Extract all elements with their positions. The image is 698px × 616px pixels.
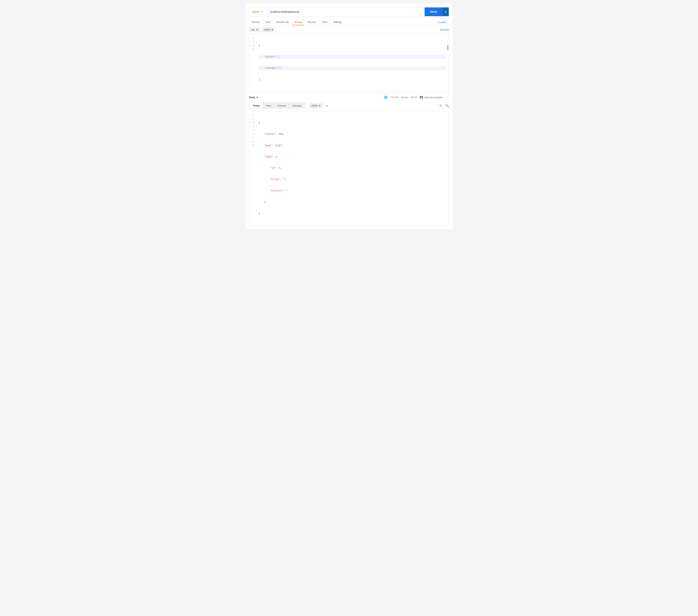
response-body-label[interactable]: Body ▼ bbox=[249, 96, 258, 99]
more-options-icon[interactable]: ⋯ bbox=[446, 96, 449, 99]
resp-tab-visualize[interactable]: Visualize bbox=[289, 103, 305, 109]
globe-icon: 🌐 bbox=[384, 96, 388, 99]
beautify-button[interactable]: Beautify bbox=[441, 28, 449, 31]
body-format-select[interactable]: JSON ▼ bbox=[262, 27, 276, 32]
response-size: 247 B bbox=[410, 96, 417, 99]
response-code-content: { "status": 200, "msg": "성공", "body": { … bbox=[256, 113, 449, 223]
tab-auth[interactable]: Auth bbox=[263, 19, 273, 25]
resp-line-2: "status": 200, bbox=[259, 132, 447, 136]
send-btn-group: Send ▼ bbox=[424, 8, 449, 16]
response-body-editor: 1 2 3 4 5 6 7 8 9 { "status": 200, "msg"… bbox=[249, 111, 449, 225]
req-line-2: ····"title":"", bbox=[259, 55, 447, 59]
request-line-numbers: 1 2 3 4 bbox=[249, 36, 256, 89]
url-input[interactable] bbox=[267, 8, 424, 16]
wrap-icon[interactable]: ⇄ bbox=[325, 104, 328, 108]
method-label: POST bbox=[252, 10, 260, 13]
response-time: 61 ms bbox=[401, 96, 408, 99]
send-dropdown-button[interactable]: ▼ bbox=[442, 8, 449, 16]
response-status-group: 🌐 200 OK 61 ms 247 B 💾 Save as example ⋯ bbox=[384, 96, 449, 99]
resp-line-5: "id": 5, bbox=[259, 166, 447, 170]
request-code-content[interactable]: { ····"title":"", ····"content":"" } bbox=[256, 36, 449, 89]
tab-body[interactable]: Body bbox=[292, 19, 304, 25]
postman-container: POST ▼ Send ▼ Params Auth Headers (9) Bo… bbox=[246, 4, 452, 229]
req-line-1: { bbox=[259, 44, 447, 47]
body-type-select[interactable]: raw ▼ bbox=[249, 27, 260, 32]
request-tabs-bar: Params Auth Headers (9) Body Pre-req. Te… bbox=[249, 19, 449, 25]
body-type-chevron: ▼ bbox=[256, 28, 258, 31]
req-line-3: ····"content":"" bbox=[259, 66, 447, 70]
body-format-label: JSON bbox=[264, 28, 270, 31]
request-body-editor[interactable]: 1 2 3 4 { ····"title":"", ····"content":… bbox=[249, 34, 449, 92]
tab-prereq[interactable]: Pre-req. bbox=[305, 19, 319, 25]
resp-line-1: { bbox=[259, 121, 447, 125]
response-status: 200 OK bbox=[390, 96, 399, 99]
headers-badge: (9) bbox=[286, 21, 289, 24]
response-format-chevron: ▼ bbox=[319, 104, 321, 107]
response-view-tabs: Pretty Raw Preview Visualize bbox=[249, 102, 306, 109]
resp-line-3: "msg": "성공", bbox=[259, 144, 447, 148]
response-label-chevron: ▼ bbox=[256, 96, 259, 99]
editor-scrollbar[interactable] bbox=[447, 45, 448, 50]
search-icon[interactable]: 🔍 bbox=[445, 104, 449, 108]
send-button[interactable]: Send bbox=[424, 8, 442, 16]
body-format-chevron: ▼ bbox=[271, 28, 274, 31]
resp-line-4: "body": { bbox=[259, 155, 447, 159]
req-line-4: } bbox=[259, 78, 447, 82]
save-example-label: Save as example bbox=[424, 96, 443, 99]
resp-line-6: "title": "", bbox=[259, 178, 447, 182]
save-icon: 💾 bbox=[420, 96, 423, 99]
resp-line-7: "content": "" bbox=[259, 189, 447, 193]
resp-line-9: } bbox=[259, 212, 447, 215]
tab-tests[interactable]: Tests bbox=[319, 19, 330, 25]
body-active-dot bbox=[301, 22, 302, 23]
response-label-text: Body bbox=[249, 96, 255, 99]
method-chevron-icon: ▼ bbox=[261, 11, 263, 13]
resp-tab-pretty[interactable]: Pretty bbox=[250, 103, 263, 109]
resp-tab-raw[interactable]: Raw bbox=[263, 103, 274, 109]
response-format-label: JSON bbox=[311, 104, 318, 107]
response-line-numbers: 1 2 3 4 5 6 7 8 9 bbox=[249, 113, 256, 223]
url-bar: POST ▼ Send ▼ bbox=[249, 7, 449, 16]
response-controls: Pretty Raw Preview Visualize JSON ▼ ⇄ ⧉ … bbox=[249, 101, 449, 110]
save-example-button[interactable]: 💾 Save as example bbox=[420, 96, 443, 99]
resp-line-8: } bbox=[259, 200, 447, 204]
body-type-label: raw bbox=[251, 28, 255, 31]
body-controls: raw ▼ JSON ▼ Beautify bbox=[249, 27, 449, 32]
tab-params[interactable]: Params bbox=[249, 19, 262, 25]
method-select[interactable]: POST ▼ bbox=[249, 8, 267, 16]
copy-icon[interactable]: ⧉ bbox=[440, 104, 442, 107]
response-toolbar: Body ▼ 🌐 200 OK 61 ms 247 B 💾 Save as ex… bbox=[249, 94, 449, 101]
tab-headers[interactable]: Headers (9) bbox=[274, 19, 291, 25]
cookies-link[interactable]: Cookies bbox=[435, 19, 449, 25]
resp-tab-preview[interactable]: Preview bbox=[274, 103, 289, 109]
response-format-select[interactable]: JSON ▼ bbox=[309, 103, 323, 108]
tab-settings[interactable]: Settings bbox=[331, 19, 344, 25]
